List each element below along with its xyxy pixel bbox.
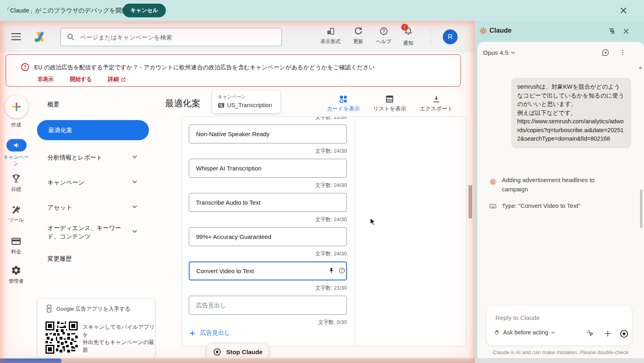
keyboard-icon [489,202,497,210]
view-list-button[interactable]: リストを表示 [372,95,408,112]
view-list-label: リストを表示 [373,105,406,112]
scrollbar-thumb[interactable] [640,189,642,228]
chevron-down-icon [132,180,137,184]
char-counter: 文字数: 21/30 [315,284,347,292]
reply-input[interactable] [495,312,617,324]
headline-field-1[interactable]: Non-Native Speaker Ready [189,124,347,143]
headline-field-3[interactable]: Transcribe Audio to Text [189,193,347,212]
trophy-icon[interactable] [11,173,21,184]
cancel-button[interactable]: キャンセル [123,4,166,17]
app-header: 表示形式 更新 ? ヘルプ ! 通知 R [0,21,475,52]
char-counter-clipped: 文字数: 22/30 [315,117,347,120]
stop-icon [213,348,221,356]
permission-mode-selector[interactable]: Ask before acting [494,329,555,336]
promo-line2: 外出先でもキャンペーンの最新 [83,338,155,354]
export-label: エクスポート [420,105,453,112]
export-button[interactable]: エクスポート [418,95,454,112]
phone-download-icon [45,304,54,313]
scrollbar-thumb[interactable] [469,185,472,218]
billing-card-icon[interactable] [11,236,21,247]
avatar[interactable]: R [443,29,458,44]
campaign-chip-value: US_Transcription [227,102,272,108]
attach-plus-icon[interactable] [603,329,612,338]
scroll-up-arrow[interactable] [638,66,642,69]
refresh-button[interactable]: 更新 [345,27,371,45]
banner-start-link[interactable]: 開始する [70,76,92,83]
char-counter: 文字数: 24/30 [315,182,347,189]
claude-logo-icon [479,27,487,35]
claude-action-row: Type: "Convert Video to Text" [489,201,610,211]
headline-field-2[interactable]: Whisper AI Transcription [189,159,347,178]
rail-tools-label: ツール [0,217,32,223]
banner-hide-link[interactable]: 非表示 [37,76,54,83]
more-menu-icon[interactable] [619,49,626,56]
campaign-chip[interactable]: キャンペーン US_Transcription [212,90,281,113]
bottom-progress-bar [0,359,62,363]
nav-overview[interactable]: 概要 [47,100,60,108]
promo-title: Google 広告アプリを入手する [56,305,130,313]
view-cards-button[interactable]: カードを表示 [325,95,361,112]
gear-icon[interactable] [11,265,21,276]
nav-optimization[interactable]: 最適化案 [37,120,149,140]
display-format-button[interactable]: 表示形式 [318,27,343,45]
search-icon [66,33,75,41]
campaign-search-icon [218,102,225,108]
stop-record-icon[interactable] [619,329,629,338]
nav-change-history[interactable]: 変更履歴 [47,254,72,263]
refresh-label: 更新 [353,38,363,45]
screen: 「Claude」がこのブラウザのデバッグを開始しました キャンセル [0,0,644,363]
nav-assets[interactable]: アセット [47,203,72,212]
claude-spark-icon [489,178,497,186]
notifications-label: 通知 [403,40,413,47]
add-headline-button[interactable]: 広告見出し [189,329,230,337]
campaign-chip-label: キャンペーン [218,94,246,100]
refresh-icon [354,27,363,36]
cards-view-icon [339,95,348,104]
nav-audiences[interactable]: オーディエンス、キーワード、コンテンツ [47,224,131,241]
banner-details-link[interactable]: 詳細 [108,76,126,83]
nav-insights[interactable]: 分析情報とレポート [47,153,102,162]
headline-field-5-focused[interactable]: Convert Video to Text [189,261,347,280]
nav-campaigns[interactable]: キャンペーン [47,178,85,187]
close-icon[interactable] [622,27,630,35]
rail-campaigns-label: キャンペーン [1,154,31,167]
mouse-pointer [369,218,377,226]
bottom-strip [0,358,644,363]
rail-admin-label: 管理者 [0,278,32,284]
pin-off-icon[interactable] [608,27,616,35]
google-ads-logo [34,31,47,44]
menu-icon[interactable] [11,33,21,40]
google-ads-page: 表示形式 更新 ? ヘルプ ! 通知 R EU の政治広告 [0,21,475,363]
warning-icon [21,62,30,72]
model-selector[interactable]: Opus 4.5 [483,49,515,56]
help-button[interactable]: ? ヘルプ [371,27,396,45]
svg-text:?: ? [341,269,343,272]
page-title: 最適化案 [165,97,200,110]
create-button[interactable] [5,95,28,118]
notifications-button[interactable]: ! 通知 [395,27,421,47]
claude-status-text: Adding advertisement headlines to campai… [502,176,610,194]
help-circle-icon[interactable]: ? [339,267,345,274]
user-message-bubble: semrushは、対象KWを競合がどのようなコピーで出しているかを知るのに使うの… [511,78,631,148]
char-counter: 文字数: 24/30 [315,147,347,155]
close-icon[interactable] [619,6,628,15]
take-control-cursor-icon[interactable] [586,329,595,338]
display-format-label: 表示形式 [320,38,341,45]
headline-field-4[interactable]: 99%+ Accuracy Guaranteed [189,227,347,246]
debug-bar: 「Claude」がこのブラウザのデバッグを開始しました キャンセル [0,0,644,21]
claude-status-row: Adding advertisement headlines to campai… [489,176,610,194]
search-input[interactable] [79,29,274,46]
char-counter: 文字数: 24/30 [315,250,347,257]
rail-goals-label: 目標 [0,186,32,193]
pin-icon[interactable] [328,267,335,274]
chevron-down-icon [132,230,137,233]
qr-code [45,322,78,354]
chevron-down-icon [511,51,515,54]
hand-icon [494,329,500,336]
rail-campaigns-button[interactable] [6,139,27,151]
claude-header: Claude [475,21,644,42]
char-counter: 文字数: 0/30 [318,319,347,326]
headline-field-6-empty[interactable]: 広告見出し [189,296,347,315]
new-chat-icon[interactable] [601,48,610,57]
tools-icon[interactable] [11,205,21,215]
